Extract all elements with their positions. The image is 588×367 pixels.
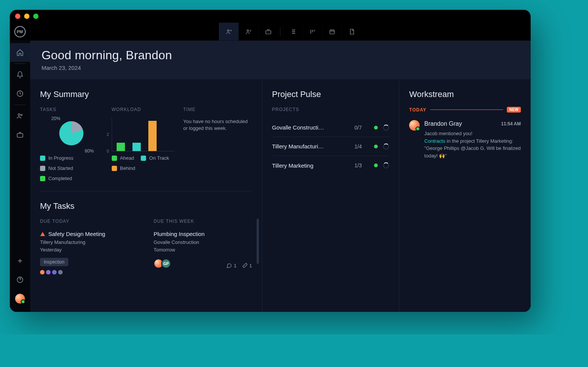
pie-label-20: 20% — [51, 116, 60, 121]
bar-on-track — [132, 143, 141, 151]
toolbar-people-icon[interactable] — [219, 23, 239, 40]
loading-spinner-icon — [383, 125, 389, 131]
workstream-message: Contracts in the project Tillery Marketi… — [424, 137, 521, 160]
project-row[interactable]: Tillery Manufacturi… 1/4 — [272, 137, 389, 156]
workstream-item[interactable]: Brandon Gray 11:54 AM Jacob mentioned yo… — [409, 119, 521, 159]
scrollbar[interactable] — [257, 219, 259, 264]
project-row[interactable]: Tillery Marketing 1/3 — [272, 156, 389, 175]
project-row[interactable]: Govalle Constructi… 0/7 — [272, 118, 389, 137]
greeting: Good morning, Brandon — [42, 48, 519, 62]
due-today-column: DUE TODAY Safety Design Meeting Tillery … — [40, 219, 139, 274]
workstream-user: Brandon Gray — [424, 119, 462, 128]
workstream-title: Workstream — [409, 89, 521, 99]
svg-rect-7 — [17, 134, 23, 137]
task-project: Tillery Manufacturing — [40, 239, 139, 246]
status-dot-icon — [374, 126, 378, 130]
workstream-mention-line: Jacob mentioned you! — [424, 130, 521, 137]
workstream-today-header: TODAY NEW — [409, 107, 521, 113]
projects-label: PROJECTS — [272, 107, 389, 112]
summary-workload-label: WORKLOAD — [112, 107, 174, 112]
task-title-text: Plumbing Inspection — [154, 231, 205, 237]
svg-point-0 — [227, 29, 229, 31]
summary-time: TIME You have no hours scheduled or logg… — [183, 107, 252, 181]
legend-on-track: On Track — [141, 155, 169, 161]
avatar-icon — [409, 120, 420, 131]
sidebar-projects[interactable] — [10, 125, 30, 144]
loading-spinner-icon — [383, 162, 389, 168]
sidebar-home[interactable] — [10, 43, 30, 62]
legend-behind: Behind — [112, 165, 135, 171]
avatar-initials: GP — [161, 259, 171, 268]
sidebar-team[interactable] — [10, 106, 30, 125]
sidebar — [10, 41, 30, 312]
legend-in-progress: In Progress — [40, 155, 73, 161]
workload-bar-chart: 2 0 — [112, 118, 174, 151]
svg-point-5 — [18, 114, 20, 116]
my-summary-title: My Summary — [40, 89, 252, 99]
task-avatars-preview — [40, 270, 139, 274]
loading-spinner-icon — [383, 143, 389, 150]
task-project: Govalle Construction — [154, 239, 252, 246]
window-minimize-icon[interactable] — [24, 14, 29, 19]
summary-tasks-label: TASKS — [40, 107, 103, 112]
project-ratio: 1/4 — [354, 143, 369, 150]
svg-rect-3 — [330, 30, 334, 34]
legend-ahead: Ahead — [112, 155, 134, 161]
summary-time-label: TIME — [183, 107, 252, 112]
legend-not-started: Not Started — [40, 165, 73, 171]
toolbar-people-remove-icon[interactable] — [239, 23, 258, 40]
summary-workload: WORKLOAD 2 0 Ahead O — [112, 107, 174, 181]
svg-point-6 — [21, 114, 22, 116]
new-badge: NEW — [507, 107, 521, 113]
status-dot-icon — [374, 163, 378, 167]
task-card[interactable]: Safety Design Meeting Tillery Manufactur… — [40, 231, 139, 274]
legend-completed: Completed — [40, 176, 72, 181]
status-dot-icon — [374, 145, 378, 148]
project-name: Tillery Manufacturi… — [272, 143, 354, 150]
window-close-icon[interactable] — [15, 14, 20, 19]
summary-tasks: TASKS 20% 80% In Progress Not Started Co — [40, 107, 103, 181]
workstream-today-label: TODAY — [409, 107, 426, 113]
pie-label-80: 80% — [85, 148, 94, 154]
app-logo[interactable]: PM — [10, 23, 30, 40]
app-window: PM — [10, 10, 531, 312]
top-toolbar: PM — [10, 23, 531, 41]
project-ratio: 0/7 — [354, 125, 369, 131]
warning-icon — [40, 231, 45, 237]
toolbar-board-icon[interactable] — [302, 23, 322, 40]
comments-count[interactable]: 1 — [226, 262, 236, 268]
project-pulse-title: Project Pulse — [272, 89, 389, 99]
project-ratio: 1/3 — [354, 162, 369, 168]
attachments-count[interactable]: 1 — [242, 262, 252, 268]
toolbar-document-icon[interactable] — [342, 23, 361, 40]
window-zoom-icon[interactable] — [33, 14, 38, 19]
bar-behind — [148, 121, 157, 151]
user-avatar-icon — [15, 294, 25, 304]
toolbar-calendar-icon[interactable] — [322, 23, 342, 40]
toolbar-briefcase-icon[interactable] — [258, 23, 278, 40]
task-when: Yesterday — [40, 246, 139, 254]
sidebar-recent[interactable] — [10, 84, 30, 103]
workstream-time: 11:54 AM — [501, 120, 521, 127]
due-this-week-label: DUE THIS WEEK — [154, 219, 252, 224]
summary-time-text: You have no hours scheduled or logged th… — [183, 118, 252, 132]
due-today-label: DUE TODAY — [40, 219, 139, 224]
sidebar-add[interactable] — [10, 251, 30, 270]
task-card[interactable]: Plumbing Inspection Govalle Construction… — [154, 231, 252, 268]
project-name: Govalle Constructi… — [272, 124, 354, 131]
bar-ahead — [117, 143, 125, 151]
task-tag: Inspection — [40, 258, 68, 266]
task-when: Tomorrow — [154, 246, 252, 254]
toolbar-list-icon[interactable] — [283, 23, 302, 40]
sidebar-notifications[interactable] — [10, 65, 30, 84]
main-content: Good morning, Brandon March 23, 2024 My … — [30, 41, 531, 312]
tasks-pie-chart — [59, 121, 83, 145]
sidebar-help[interactable] — [10, 270, 30, 289]
current-date: March 23, 2024 — [42, 65, 519, 71]
due-this-week-column: DUE THIS WEEK Plumbing Inspection Govall… — [154, 219, 252, 274]
my-tasks-title: My Tasks — [40, 201, 252, 211]
workstream-link[interactable]: Contracts — [424, 138, 445, 144]
sidebar-avatar[interactable] — [10, 289, 30, 308]
task-title-text: Safety Design Meeting — [48, 231, 105, 237]
window-titlebar — [10, 10, 531, 23]
